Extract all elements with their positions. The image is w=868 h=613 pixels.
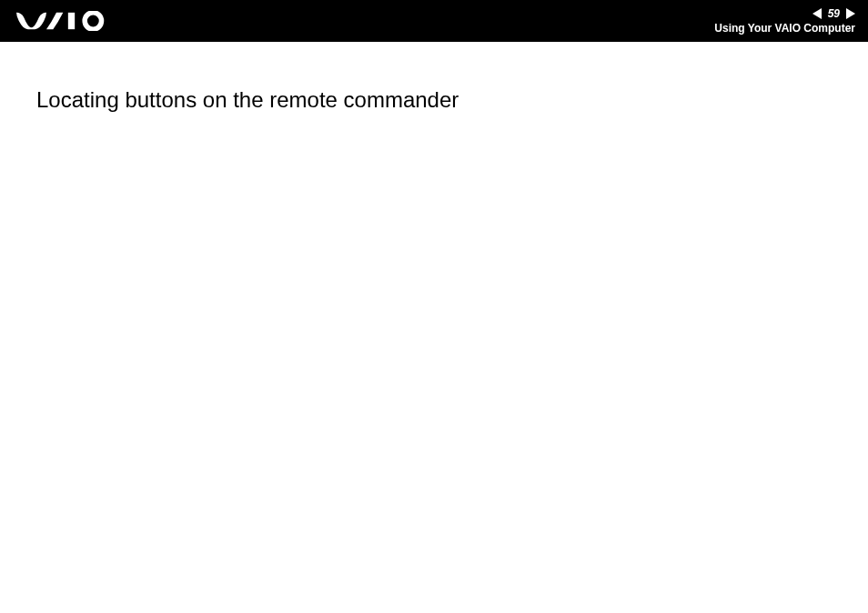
page-number: 59 xyxy=(825,7,843,20)
svg-rect-0 xyxy=(68,13,75,29)
page-content: Locating buttons on the remote commander xyxy=(0,42,868,158)
page-heading: Locating buttons on the remote commander xyxy=(36,87,832,113)
next-page-arrow-icon[interactable] xyxy=(846,8,855,19)
prev-page-arrow-icon[interactable] xyxy=(812,8,822,19)
svg-point-1 xyxy=(85,13,101,29)
header-right: 59 Using Your VAIO Computer xyxy=(714,7,855,35)
vaio-logo xyxy=(16,11,116,31)
page-header: 59 Using Your VAIO Computer xyxy=(0,0,868,42)
section-title: Using Your VAIO Computer xyxy=(714,22,855,35)
page-navigator: 59 xyxy=(812,7,855,20)
